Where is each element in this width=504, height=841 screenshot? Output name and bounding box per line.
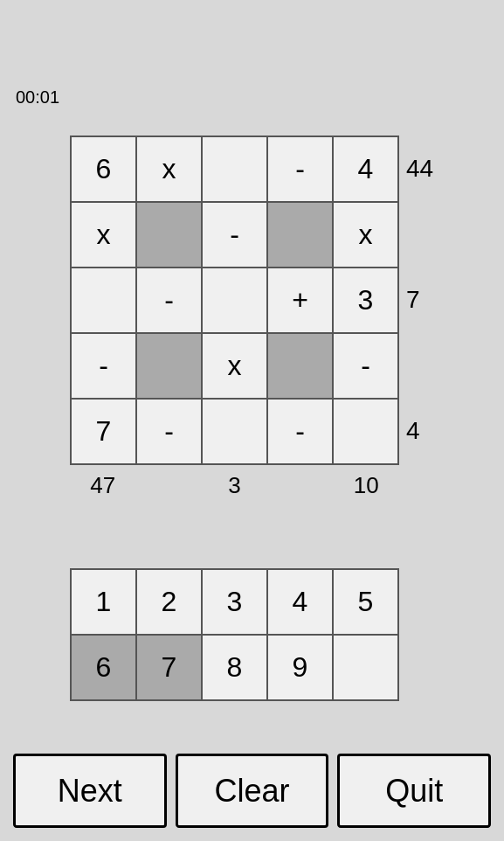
row-label-2: 7 — [406, 286, 420, 314]
picker-cell-1-3[interactable]: 9 — [267, 635, 333, 700]
puzzle-grid: 6x-4x-x-+3-x-7-- — [70, 136, 399, 465]
picker-cell-0-0[interactable]: 1 — [71, 569, 136, 635]
puzzle-cell-0-1[interactable]: x — [136, 136, 202, 202]
puzzle-cell-1-3[interactable] — [267, 202, 333, 268]
puzzle-cell-4-4[interactable] — [333, 399, 398, 464]
puzzle-cell-2-1[interactable]: - — [136, 268, 202, 333]
puzzle-cell-4-2[interactable] — [202, 399, 267, 464]
puzzle-cell-2-0[interactable] — [71, 268, 136, 333]
picker-cell-1-4[interactable] — [333, 635, 398, 700]
puzzle-cell-0-2[interactable] — [202, 136, 267, 202]
quit-button[interactable]: Quit — [337, 754, 491, 828]
puzzle-cell-4-1[interactable]: - — [136, 399, 202, 464]
puzzle-cell-2-3[interactable]: + — [267, 268, 333, 333]
puzzle-cell-4-0[interactable]: 7 — [71, 399, 136, 464]
puzzle-cell-4-3[interactable]: - — [267, 399, 333, 464]
puzzle-cell-3-3[interactable] — [267, 333, 333, 399]
picker-cell-1-2[interactable]: 8 — [202, 635, 267, 700]
col-label-4: 10 — [334, 472, 399, 499]
picker-cell-0-2[interactable]: 3 — [202, 569, 267, 635]
col-labels: 47310 — [70, 472, 399, 499]
puzzle-cell-1-4[interactable]: x — [333, 202, 398, 268]
puzzle-cell-3-2[interactable]: x — [202, 333, 267, 399]
row-label-4: 4 — [406, 417, 420, 445]
buttons-area: Next Clear Quit — [13, 754, 491, 828]
puzzle-cell-2-2[interactable] — [202, 268, 267, 333]
puzzle-cell-1-1[interactable] — [136, 202, 202, 268]
col-label-3 — [267, 472, 333, 499]
row-label-0: 44 — [406, 155, 433, 183]
clear-button[interactable]: Clear — [176, 754, 329, 828]
picker-cell-0-1[interactable]: 2 — [136, 569, 202, 635]
picker-cell-0-3[interactable]: 4 — [267, 569, 333, 635]
puzzle-cell-1-2[interactable]: - — [202, 202, 267, 268]
puzzle-cell-0-0[interactable]: 6 — [71, 136, 136, 202]
picker-cell-1-0[interactable]: 6 — [71, 635, 136, 700]
picker-grid: 123456789 — [70, 568, 399, 701]
picker-cell-0-4[interactable]: 5 — [333, 569, 398, 635]
puzzle-area: 6x-4x-x-+3-x-7-- 4474 47310 — [70, 136, 399, 499]
col-label-1 — [136, 472, 202, 499]
puzzle-cell-3-1[interactable] — [136, 333, 202, 399]
puzzle-cell-3-4[interactable]: - — [333, 333, 398, 399]
picker-area: 123456789 — [70, 568, 399, 701]
puzzle-cell-2-4[interactable]: 3 — [333, 268, 398, 333]
timer-display: 00:01 — [16, 87, 59, 108]
next-button[interactable]: Next — [13, 754, 167, 828]
col-label-2: 3 — [202, 472, 267, 499]
picker-cell-1-1[interactable]: 7 — [136, 635, 202, 700]
puzzle-cell-3-0[interactable]: - — [71, 333, 136, 399]
puzzle-cell-1-0[interactable]: x — [71, 202, 136, 268]
puzzle-cell-0-4[interactable]: 4 — [333, 136, 398, 202]
col-label-0: 47 — [70, 472, 135, 499]
puzzle-cell-0-3[interactable]: - — [267, 136, 333, 202]
